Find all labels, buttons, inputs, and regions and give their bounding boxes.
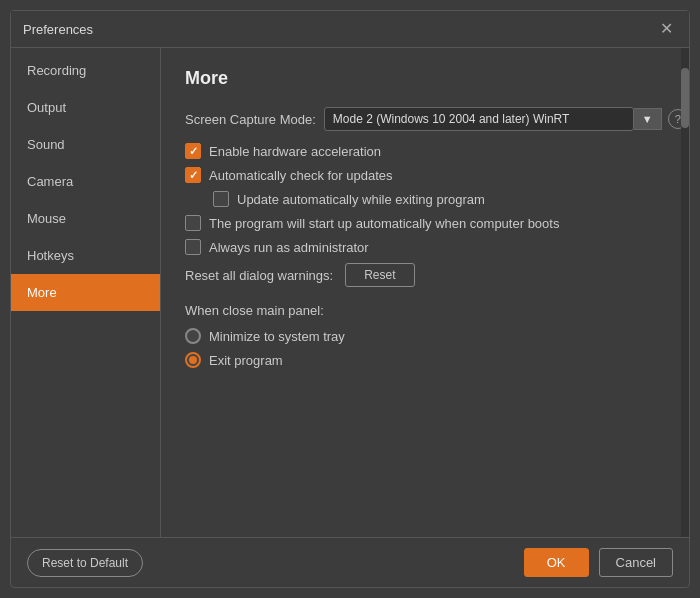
dialog-title: Preferences	[23, 22, 93, 37]
sidebar-item-hotkeys[interactable]: Hotkeys	[11, 237, 160, 274]
checkbox-hw-accel-box[interactable]	[185, 143, 201, 159]
cancel-button[interactable]: Cancel	[599, 548, 673, 577]
radio-exit[interactable]: Exit program	[185, 352, 665, 368]
checkbox-auto-check-label: Automatically check for updates	[209, 168, 393, 183]
sidebar-item-camera[interactable]: Camera	[11, 163, 160, 200]
radio-exit-label: Exit program	[209, 353, 283, 368]
sidebar-item-sound[interactable]: Sound	[11, 126, 160, 163]
checkbox-auto-exit-label: Update automatically while exiting progr…	[237, 192, 485, 207]
scrollbar-thumb[interactable]	[681, 68, 689, 128]
checkbox-auto-boot-label: The program will start up automatically …	[209, 216, 559, 231]
close-panel-label: When close main panel:	[185, 303, 665, 318]
content-area: Recording Output Sound Camera Mouse Hotk…	[11, 48, 689, 537]
checkbox-auto-boot[interactable]: The program will start up automatically …	[185, 215, 665, 231]
footer: Reset to Default OK Cancel	[11, 537, 689, 587]
radio-minimize-label: Minimize to system tray	[209, 329, 345, 344]
screen-capture-label: Screen Capture Mode:	[185, 112, 316, 127]
screen-capture-select[interactable]: Mode 2 (Windows 10 2004 and later) WinRT	[324, 107, 634, 131]
sidebar-item-mouse[interactable]: Mouse	[11, 200, 160, 237]
checkbox-hw-accel[interactable]: Enable hardware acceleration	[185, 143, 665, 159]
footer-left: Reset to Default	[27, 549, 143, 577]
sidebar: Recording Output Sound Camera Mouse Hotk…	[11, 48, 161, 537]
screen-capture-select-wrapper: Mode 2 (Windows 10 2004 and later) WinRT…	[324, 107, 688, 131]
checkbox-run-admin-box[interactable]	[185, 239, 201, 255]
footer-right: OK Cancel	[524, 548, 673, 577]
main-panel: More Screen Capture Mode: Mode 2 (Window…	[161, 48, 689, 537]
radio-minimize-button[interactable]	[185, 328, 201, 344]
reset-default-button[interactable]: Reset to Default	[27, 549, 143, 577]
screen-capture-row: Screen Capture Mode: Mode 2 (Windows 10 …	[185, 107, 665, 131]
sidebar-item-recording[interactable]: Recording	[11, 52, 160, 89]
scrollbar-track	[681, 48, 689, 537]
checkbox-hw-accel-label: Enable hardware acceleration	[209, 144, 381, 159]
page-title: More	[185, 68, 665, 89]
checkbox-run-admin-label: Always run as administrator	[209, 240, 369, 255]
checkbox-auto-check-box[interactable]	[185, 167, 201, 183]
close-button[interactable]: ✕	[656, 19, 677, 39]
radio-exit-button[interactable]	[185, 352, 201, 368]
checkbox-auto-exit-box[interactable]	[213, 191, 229, 207]
checkbox-auto-exit[interactable]: Update automatically while exiting progr…	[213, 191, 665, 207]
checkbox-auto-boot-box[interactable]	[185, 215, 201, 231]
sidebar-item-output[interactable]: Output	[11, 89, 160, 126]
ok-button[interactable]: OK	[524, 548, 589, 577]
reset-dialog-label: Reset all dialog warnings:	[185, 268, 333, 283]
preferences-dialog: Preferences ✕ Recording Output Sound Cam…	[10, 10, 690, 588]
checkbox-run-admin[interactable]: Always run as administrator	[185, 239, 665, 255]
select-arrow-icon[interactable]: ▼	[634, 108, 662, 130]
sidebar-item-more[interactable]: More	[11, 274, 160, 311]
reset-dialog-button[interactable]: Reset	[345, 263, 414, 287]
radio-minimize[interactable]: Minimize to system tray	[185, 328, 665, 344]
title-bar: Preferences ✕	[11, 11, 689, 48]
checkbox-auto-check[interactable]: Automatically check for updates	[185, 167, 665, 183]
reset-dialog-row: Reset all dialog warnings: Reset	[185, 263, 665, 287]
